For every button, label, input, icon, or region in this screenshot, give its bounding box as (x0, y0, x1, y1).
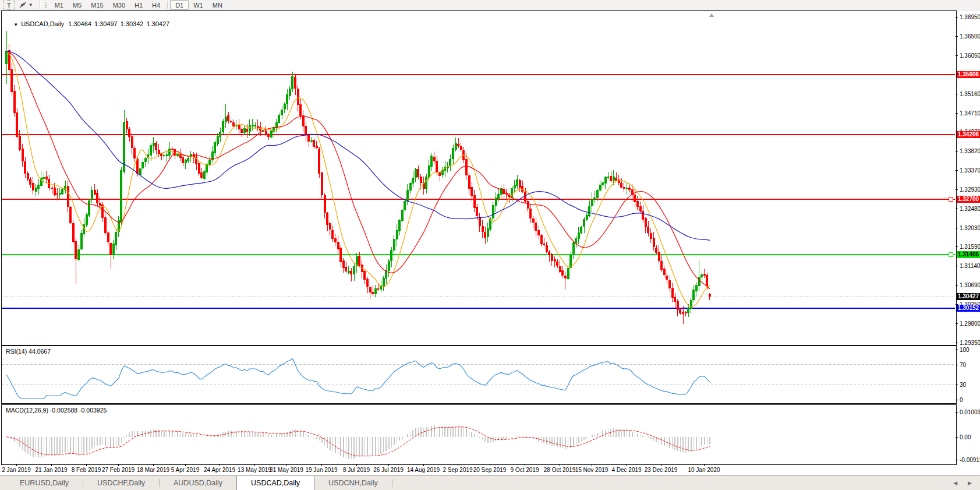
date-tick-label: 23 Dec 2019 (645, 467, 678, 473)
date-tick-label: 13 May 2019 (238, 467, 271, 473)
ohlc-low: 1.30342 (121, 20, 144, 27)
price-tick (956, 36, 958, 37)
level-line-handle[interactable] (949, 197, 953, 201)
date-tick (423, 464, 424, 466)
tabs-scroll-left-icon[interactable]: ◀ (953, 480, 957, 486)
macd-tick (956, 437, 958, 438)
date-tick-label: 2 Sep 2019 (443, 467, 472, 473)
macd-label: MACD(12,26,9) -0.002588 -0.003925 (6, 407, 107, 414)
tab-usdcad-active[interactable]: USDCAD,Daily (236, 476, 314, 490)
toolbar-separator (40, 1, 40, 9)
date-tick (490, 464, 490, 466)
price-tick-label: 1.29800 (960, 320, 980, 327)
rsi-tick (956, 350, 958, 350)
rsi-tick-label: 30 (960, 382, 966, 388)
price-tick-label: 1.32030 (960, 225, 980, 231)
price-tick-label: 1.36500 (960, 33, 980, 40)
tab-usdchf[interactable]: USDCHF,Daily (83, 475, 159, 490)
toolbar-grip[interactable] (45, 2, 47, 9)
tab-audusd[interactable]: AUDUSD,Daily (160, 475, 236, 490)
rsi-tick-label: 0 (960, 397, 963, 403)
date-tick (185, 464, 186, 466)
date-axis[interactable]: 2 Jan 201921 Jan 20198 Feb 201927 Feb 20… (0, 464, 980, 474)
macd-tick-label: 0.00 (960, 434, 971, 440)
rsi-axis[interactable]: 10070300 (956, 346, 980, 404)
date-tick-label: 5 Apr 2019 (171, 467, 199, 473)
macd-panel[interactable]: MACD(12,26,9) -0.002588 -0.003925 (1, 404, 957, 465)
price-axis[interactable]: 1.369501.365001.360501.356001.351601.347… (956, 10, 980, 347)
price-tick (956, 151, 958, 151)
date-tick-label: 28 Oct 2019 (544, 467, 575, 473)
rsi-tick (956, 365, 958, 365)
date-tick (118, 464, 119, 466)
price-tick (956, 113, 958, 114)
date-tick-label: 26 Jul 2019 (373, 467, 404, 473)
rsi-tick (956, 385, 958, 385)
rsi-tick-label: 100 (960, 347, 970, 353)
chevron-down-icon: ▼ (29, 2, 33, 8)
price-tick (956, 55, 958, 56)
date-tick-label: 24 Apr 2019 (204, 467, 235, 473)
price-tick (956, 343, 958, 343)
date-tick (627, 464, 627, 466)
timeframe-m5[interactable]: M5 (68, 1, 86, 9)
date-tick-label: 2 Jan 2019 (2, 467, 31, 473)
toolbar-separator (167, 1, 168, 9)
date-tick (661, 464, 661, 466)
ma-55 (6, 51, 710, 241)
date-tick (356, 464, 357, 466)
collapse-triangle-icon[interactable]: ▼ (13, 22, 18, 27)
date-tick (592, 464, 592, 466)
rsi-panel[interactable]: RSI(14) 44.0667 (1, 346, 957, 404)
timeframe-m1[interactable]: M1 (50, 1, 68, 9)
price-tick (956, 285, 958, 285)
ohlc-high: 1.30497 (94, 20, 118, 27)
macd-tick-label: 0.010035 (960, 409, 980, 415)
chart-symbol: USDCAD,Daily (21, 20, 64, 27)
price-tick (956, 323, 958, 324)
price-tick-label: 1.36050 (960, 52, 980, 59)
tab-eurusd[interactable]: EURUSD,Daily (6, 475, 83, 490)
macd-axis[interactable]: 0.0100350.00-0.009153 (956, 404, 980, 468)
level-line-handle[interactable] (949, 252, 953, 256)
timeframe-w1[interactable]: W1 (189, 1, 208, 9)
date-tick-label: 8 Feb 2019 (72, 467, 101, 473)
price-tick (956, 170, 958, 171)
arrows-tool-icon (19, 2, 27, 9)
text-tool-button[interactable]: T (3, 0, 15, 10)
date-tick (254, 464, 255, 466)
arrows-tool-button[interactable]: ▼ (15, 1, 37, 9)
ohlc-open: 1.30464 (68, 20, 91, 27)
chart-tabbar: EURUSD,Daily USDCHF,Daily AUDUSD,Daily U… (0, 475, 980, 490)
tabs-scroll-right-icon[interactable]: ▶ (968, 480, 972, 486)
timeframe-m30[interactable]: M30 (108, 1, 130, 9)
chart-shift-marker[interactable] (709, 13, 714, 17)
tab-usdcnh[interactable]: USDCNH,Daily (314, 475, 392, 490)
timeframe-h1[interactable]: H1 (130, 1, 147, 9)
price-tick-label: 1.33820 (960, 148, 980, 154)
timeframe-m15[interactable]: M15 (86, 1, 108, 9)
price-chart-canvas[interactable] (2, 11, 955, 344)
rsi-tick (956, 400, 958, 400)
price-tick-label: 1.35160 (960, 91, 980, 97)
rsi-canvas[interactable] (2, 346, 955, 402)
ma-21 (6, 51, 710, 289)
macd-tick (956, 460, 958, 460)
date-tick-label: 21 Jan 2019 (35, 467, 67, 473)
price-tick-label: 1.31590 (960, 244, 980, 250)
top-toolbar: T ▼ M1 M5 M15 M30 H1 H4 D1 W1 MN (0, 0, 980, 10)
macd-tick-label: -0.009153 (960, 457, 980, 463)
price-tick (956, 189, 958, 190)
timeframe-d1[interactable]: D1 (170, 0, 189, 10)
timeframe-h4[interactable]: H4 (147, 1, 165, 9)
rsi-label: RSI(14) 44.0667 (6, 348, 51, 355)
price-tick-label: 1.36950 (960, 14, 980, 20)
date-tick (560, 464, 560, 466)
timeframe-mn[interactable]: MN (208, 1, 227, 9)
date-tick (220, 464, 220, 466)
date-tick (525, 464, 525, 466)
date-tick (51, 464, 52, 466)
date-tick-label: 27 Feb 2019 (102, 467, 135, 473)
main-chart-panel[interactable]: ▼USDCAD,Daily1.304641.304971.303421.3042… (1, 10, 957, 346)
macd-canvas[interactable] (2, 405, 955, 463)
